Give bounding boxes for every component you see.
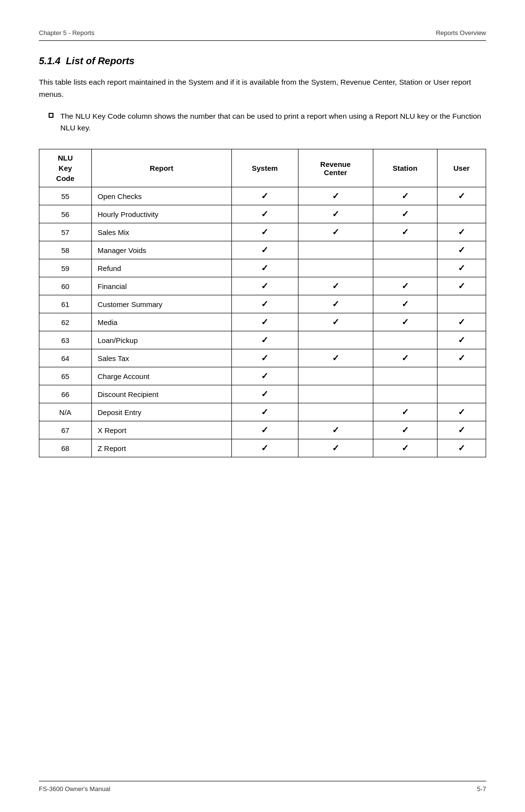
checkmark-icon: ✓ [332,227,339,237]
checkmark-icon: ✓ [402,443,409,453]
check-cell [298,241,373,259]
check-cell: ✓ [373,349,437,367]
table-row: N/ADeposit Entry✓✓✓ [39,403,486,421]
checkmark-icon: ✓ [332,443,339,453]
table-cell: 60 [39,277,92,295]
table-cell: 66 [39,385,92,403]
check-cell: ✓ [231,367,298,385]
check-cell: ✓ [298,439,373,457]
checkmark-icon: ✓ [458,353,465,363]
check-cell: ✓ [373,313,437,331]
check-cell: ✓ [231,187,298,205]
checkmark-icon: ✓ [458,443,465,453]
check-cell [437,205,486,223]
table-cell: 59 [39,259,92,277]
check-cell [437,295,486,313]
checkmark-icon: ✓ [332,281,339,291]
check-cell: ✓ [231,313,298,331]
check-cell: ✓ [437,403,486,421]
check-cell: ✓ [373,223,437,241]
bullet-text: The NLU Key Code column shows the number… [60,110,486,135]
checkmark-icon: ✓ [261,263,268,273]
checkmark-icon: ✓ [458,281,465,291]
checkmark-icon: ✓ [261,209,268,219]
checkmark-icon: ✓ [458,317,465,327]
bullet-list: The NLU Key Code column shows the number… [49,110,486,135]
checkmark-icon: ✓ [402,281,409,291]
check-cell: ✓ [231,385,298,403]
check-cell [298,403,373,421]
check-cell: ✓ [298,277,373,295]
table-row: 59Refund✓✓ [39,259,486,277]
check-cell [373,259,437,277]
check-cell: ✓ [373,277,437,295]
check-cell: ✓ [298,421,373,439]
report-name-cell: Customer Summary [91,295,231,313]
checkmark-icon: ✓ [332,191,339,201]
checkmark-icon: ✓ [458,263,465,273]
table-cell: 55 [39,187,92,205]
checkmark-icon: ✓ [332,209,339,219]
check-cell: ✓ [231,277,298,295]
check-cell: ✓ [231,205,298,223]
check-cell: ✓ [231,403,298,421]
report-name-cell: Sales Tax [91,349,231,367]
check-cell: ✓ [373,187,437,205]
report-name-cell: X Report [91,421,231,439]
th-nlu-key-code: NLU Key Code [39,149,92,187]
footer-page-number: 5-7 [477,785,486,793]
check-cell: ✓ [231,439,298,457]
report-name-cell: Media [91,313,231,331]
checkmark-icon: ✓ [261,353,268,363]
report-name-cell: Open Checks [91,187,231,205]
check-cell: ✓ [231,421,298,439]
report-table: NLU Key Code Report System Revenue Cente… [39,149,486,457]
check-cell: ✓ [437,331,486,349]
check-cell: ✓ [437,421,486,439]
header-section: Reports Overview [436,29,486,36]
table-cell: 65 [39,367,92,385]
table-row: 65Charge Account✓ [39,367,486,385]
report-name-cell: Discount Recipient [91,385,231,403]
bullet-item: The NLU Key Code column shows the number… [49,110,486,135]
table-row: 58Manager Voids✓✓ [39,241,486,259]
checkmark-icon: ✓ [261,335,268,345]
check-cell: ✓ [298,313,373,331]
report-name-cell: Charge Account [91,367,231,385]
report-name-cell: Refund [91,259,231,277]
report-name-cell: Financial [91,277,231,295]
check-cell: ✓ [231,349,298,367]
body-paragraph: This table lists each report maintained … [39,76,486,101]
table-body: 55Open Checks✓✓✓✓56Hourly Productivity✓✓… [39,187,486,457]
checkmark-icon: ✓ [261,299,268,309]
table-row: 61Customer Summary✓✓✓ [39,295,486,313]
checkmark-icon: ✓ [402,191,409,201]
check-cell: ✓ [437,313,486,331]
checkmark-icon: ✓ [261,407,268,417]
check-cell: ✓ [437,439,486,457]
checkmark-icon: ✓ [402,227,409,237]
page-footer: FS-3600 Owner's Manual 5-7 [39,781,486,793]
checkmark-icon: ✓ [261,227,268,237]
table-row: 57Sales Mix✓✓✓✓ [39,223,486,241]
table-row: 60Financial✓✓✓✓ [39,277,486,295]
checkmark-icon: ✓ [402,299,409,309]
check-cell [298,385,373,403]
table-row: 66Discount Recipient✓ [39,385,486,403]
check-cell [298,331,373,349]
checkmark-icon: ✓ [332,425,339,435]
table-cell: 61 [39,295,92,313]
table-cell: N/A [39,403,92,421]
check-cell [298,259,373,277]
table-cell: 57 [39,223,92,241]
th-revenue-center: Revenue Center [298,149,373,187]
check-cell: ✓ [437,277,486,295]
check-cell: ✓ [231,331,298,349]
checkmark-icon: ✓ [261,317,268,327]
page-container: Chapter 5 - Reports Reports Overview 5.1… [0,0,525,812]
check-cell: ✓ [231,259,298,277]
check-cell: ✓ [373,295,437,313]
check-cell: ✓ [373,439,437,457]
table-row: 64Sales Tax✓✓✓✓ [39,349,486,367]
check-cell: ✓ [437,187,486,205]
